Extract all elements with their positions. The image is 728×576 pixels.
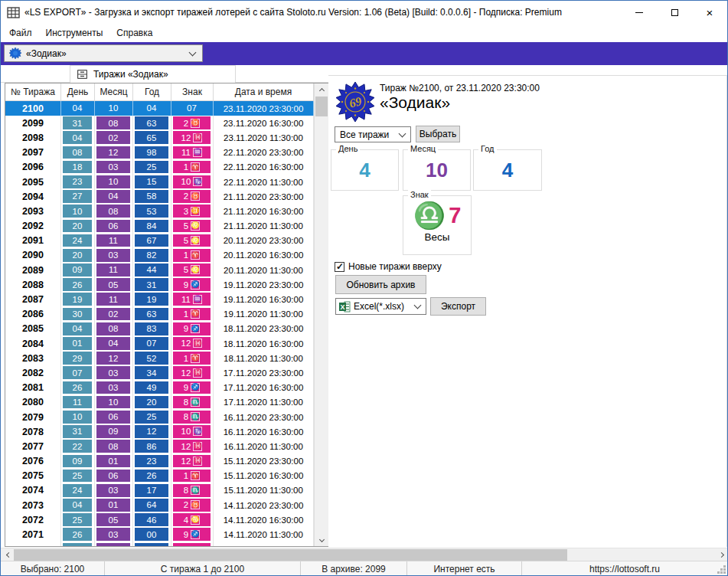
table-row[interactable]: 20722505464♋14.11.2020 16:30:00 [5, 512, 314, 527]
table-row[interactable]: 207831091210♑16.11.2020 16:30:00 [5, 424, 314, 439]
table-row[interactable]: 20931008533♊21.11.2020 16:30:00 [5, 204, 314, 218]
cell-month: 02 [95, 130, 133, 145]
table-row[interactable]: 20912411675♌20.11.2020 23:30:00 [5, 234, 314, 248]
cell-sign: 8♏ [171, 483, 214, 498]
zodiac-sign-icon: ♒ [193, 148, 202, 157]
table-row[interactable]: 20902003821♈20.11.2020 16:30:00 [5, 248, 314, 263]
table-row[interactable]: 20812603499♐17.11.2020 16:30:00 [5, 381, 314, 395]
table-row[interactable]: 20801110208♏17.11.2020 11:30:00 [5, 395, 314, 410]
column-header-3[interactable]: Год [133, 83, 171, 100]
minimize-button[interactable] [622, 1, 657, 24]
cell-month: 11 [95, 292, 133, 306]
zodiac-sign-icon: ♐ [191, 383, 200, 392]
table-row[interactable]: 208401040712♓18.11.2020 16:30:00 [5, 336, 314, 351]
table-row[interactable]: 20742403178♏15.11.2020 11:30:00 [5, 483, 314, 498]
menu-item-1[interactable]: Инструменты [39, 25, 110, 41]
draws-filter-dropdown[interactable]: Все тиражи [335, 126, 411, 142]
cell-month: 03 [95, 248, 133, 263]
cell-datetime: 19.11.2020 16:30:00 [214, 292, 314, 306]
cell-datetime: 21.11.2020 23:30:00 [214, 189, 314, 204]
cell-draw-number: 2091 [5, 234, 61, 248]
zodiac-sign-icon: ♌ [191, 265, 200, 274]
select-button[interactable]: Выбрать [416, 126, 460, 142]
zodiac-sign-icon: ♈ [191, 162, 200, 172]
table-row[interactable]: 209708129811♒22.11.2020 23:30:00 [5, 146, 314, 160]
column-header-1[interactable]: День [61, 83, 95, 100]
new-draws-checkbox[interactable]: ✓ [335, 262, 344, 272]
refresh-archive-button[interactable]: Обновить архив [335, 275, 426, 294]
close-icon: × [707, 7, 713, 18]
column-header-2[interactable]: Месяц [95, 83, 133, 100]
maximize-button[interactable] [657, 1, 692, 24]
table-row[interactable]: 20882605319♐19.11.2020 23:30:00 [5, 277, 314, 292]
cell-datetime: 22.11.2020 16:30:00 [214, 160, 314, 175]
horizontal-scrollbar[interactable] [1, 548, 728, 561]
export-format-dropdown[interactable]: X Excel(*.xlsx) [335, 298, 426, 315]
vertical-scrollbar[interactable] [314, 83, 328, 546]
zodiac-sign-icon: ♑ [193, 177, 202, 186]
vertical-scrollbar-thumb[interactable] [315, 97, 328, 116]
column-header-5[interactable]: Дата и время [214, 83, 314, 100]
chevron-down-icon [414, 302, 422, 309]
table-row[interactable]: 207722088612♓16.11.2020 11:30:00 [5, 439, 314, 453]
cell-year: 67 [133, 234, 171, 248]
cell-day: 31 [61, 424, 95, 439]
scroll-right-icon [718, 552, 723, 558]
zodiac-sign-icon: ♌ [191, 221, 200, 231]
cell-year: 25 [133, 410, 171, 424]
cell-sign: 3♊ [171, 204, 214, 218]
lottery-selector-dropdown[interactable]: «Зодиак» [4, 44, 203, 62]
scroll-right-button[interactable] [715, 548, 728, 561]
resize-grip[interactable] [723, 571, 726, 574]
maximize-icon [671, 9, 678, 16]
close-button[interactable]: × [692, 1, 727, 24]
table-row[interactable]: 208719111911♒19.11.2020 16:30:00 [5, 292, 314, 306]
zodiac-sign-icon: ♊ [191, 207, 200, 216]
cell-draw-number: 2088 [5, 277, 61, 292]
cell-draw-number: 2074 [5, 483, 61, 498]
table-row-selected[interactable]: 21000410040723.11.2020 23:30:00 [5, 101, 314, 116]
table-row[interactable]: 20752506261♈15.11.2020 16:30:00 [5, 469, 314, 483]
table-row[interactable]: 20863002631♈19.11.2020 11:30:00 [5, 307, 314, 322]
cell-month: 06 [95, 219, 133, 234]
scroll-left-button[interactable] [1, 548, 15, 561]
table-row[interactable]: 20922006845♌21.11.2020 11:30:00 [5, 219, 314, 234]
table-row[interactable]: 20890911445♌20.11.2020 11:30:00 [5, 263, 314, 277]
menu-item-2[interactable]: Справка [109, 25, 159, 41]
horizontal-scrollbar-thumb[interactable] [14, 549, 567, 561]
table-row[interactable]: 20993108632♉23.11.2020 16:30:00 [5, 116, 314, 130]
zodiac-sign-icon: ♑ [193, 427, 202, 436]
tab-draws-zodiac[interactable]: Тиражи «Зодиак» [70, 65, 236, 83]
cell-datetime: 17.11.2020 11:30:00 [214, 395, 314, 410]
cell-sign: 2♉ [171, 498, 214, 512]
table-row-partial[interactable] [5, 542, 314, 546]
table-row[interactable]: 20730401642♉14.11.2020 23:30:00 [5, 498, 314, 512]
status-range: С тиража 1 до 2100 [104, 561, 300, 576]
card-file-icon [77, 69, 88, 80]
table-row[interactable]: 20961803251♈22.11.2020 16:30:00 [5, 160, 314, 175]
column-header-0[interactable]: № Тиража [5, 83, 61, 100]
cell-month: 03 [95, 527, 133, 542]
table-row[interactable]: 207609012312♓15.11.2020 23:30:00 [5, 454, 314, 469]
menu-item-0[interactable]: Файл [2, 25, 39, 41]
cell-day: 08 [61, 146, 95, 160]
table-row[interactable]: 208207033412♓17.11.2020 23:30:00 [5, 365, 314, 380]
column-header-4[interactable]: Знак [171, 83, 214, 100]
table-row[interactable]: 20850408839♐18.11.2020 23:30:00 [5, 322, 314, 336]
cell-datetime: 21.11.2020 16:30:00 [214, 204, 314, 218]
cell-year: 58 [133, 189, 171, 204]
table-row[interactable]: 209523101510♑22.11.2020 11:30:00 [5, 175, 314, 189]
table-row[interactable]: 20791006258♏16.11.2020 23:30:00 [5, 410, 314, 424]
cell-datetime: 14.11.2020 11:30:00 [214, 527, 314, 542]
table-row[interactable]: 209804026512♓23.11.2020 11:30:00 [5, 130, 314, 145]
table-row[interactable]: 20712603009♐14.11.2020 11:30:00 [5, 527, 314, 542]
cell-sign: 9♐ [171, 277, 214, 292]
table-row[interactable]: 20942704582♉21.11.2020 23:30:00 [5, 189, 314, 204]
table-row[interactable]: 20832912521♈18.11.2020 11:30:00 [5, 351, 314, 365]
export-button[interactable]: Экспорт [430, 297, 486, 316]
cell-year: 23 [133, 454, 171, 469]
cell-day: 26 [61, 277, 95, 292]
status-site-link[interactable]: https://lottosoft.ru [521, 561, 727, 576]
scroll-up-button[interactable] [315, 83, 328, 96]
scroll-down-button[interactable] [315, 534, 328, 546]
